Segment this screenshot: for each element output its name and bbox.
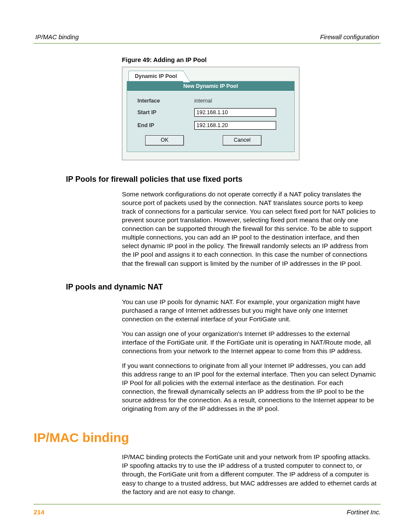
interface-value: internal xyxy=(194,98,212,104)
header-rule xyxy=(34,43,381,44)
figure-caption: Figure 49: Adding an IP Pool xyxy=(122,56,377,63)
cancel-button[interactable]: Cancel xyxy=(223,135,262,146)
header-right: Firewall configuration xyxy=(320,34,379,40)
ok-button[interactable]: OK xyxy=(145,135,184,146)
body-paragraph: Some network configurations do not opera… xyxy=(122,190,377,268)
footer-company: Fortinet Inc. xyxy=(347,508,381,516)
body-paragraph: If you want connections to originate fro… xyxy=(122,361,377,413)
body-paragraph: IP/MAC binding protects the FortiGate un… xyxy=(122,453,377,496)
page-number: 214 xyxy=(34,508,44,516)
footer-rule xyxy=(34,504,381,504)
header-left: IP/MAC binding xyxy=(35,34,79,40)
start-ip-label: Start IP xyxy=(137,109,194,115)
end-ip-label: End IP xyxy=(137,122,194,128)
ip-pool-dialog: Dynamic IP Pool New Dynamic IP Pool Inte… xyxy=(122,67,299,160)
section-heading-ip-pools-dynamic-nat: IP pools and dynamic NAT xyxy=(66,283,377,292)
dialog-panel: New Dynamic IP Pool Interface internal S… xyxy=(127,81,295,152)
chapter-heading-ip-mac-binding: IP/MAC binding xyxy=(34,430,377,445)
interface-label: Interface xyxy=(137,98,194,104)
tab-dynamic-ip-pool[interactable]: Dynamic IP Pool xyxy=(128,71,184,81)
end-ip-input[interactable] xyxy=(194,121,276,130)
start-ip-input[interactable] xyxy=(194,108,276,117)
section-heading-ip-pools-fixed-ports: IP Pools for firewall policies that use … xyxy=(66,175,377,184)
body-paragraph: You can use IP pools for dynamic NAT. Fo… xyxy=(122,298,377,324)
dialog-title: New Dynamic IP Pool xyxy=(127,81,294,91)
body-paragraph: You can assign one of your organization'… xyxy=(122,330,377,355)
